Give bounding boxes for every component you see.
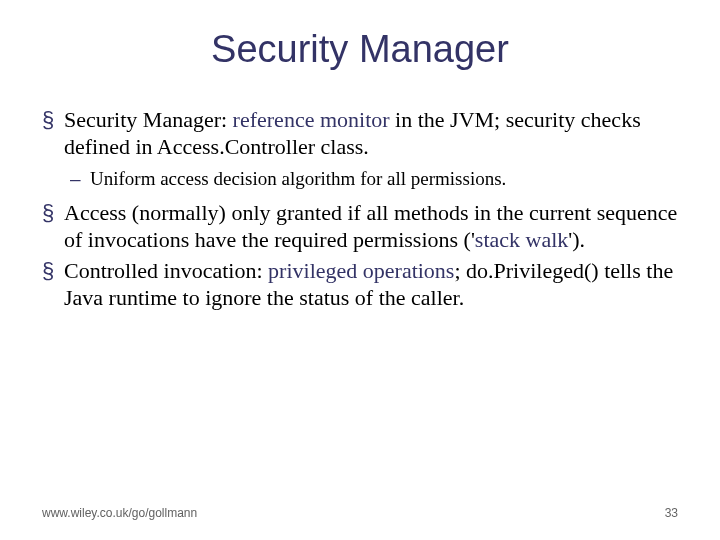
list-item: Controlled invocation: privileged operat… [64,258,678,312]
text: Access (normally) only granted if all me… [64,200,677,252]
text: Security Manager: [64,107,233,132]
highlight-text: reference monitor [233,107,390,132]
text: Uniform access decision algorithm for al… [90,168,506,189]
bullet-list: Security Manager: reference monitor in t… [42,107,678,312]
footer-url: www.wiley.co.uk/go/gollmann [42,506,197,520]
text: '). [568,227,585,252]
highlight-text: stack walk [475,227,568,252]
slide-title: Security Manager [42,28,678,71]
highlight-text: privileged operations [268,258,454,283]
text: Controlled invocation: [64,258,268,283]
page-number: 33 [665,506,678,520]
list-item: Uniform access decision algorithm for al… [90,167,678,191]
slide-footer: www.wiley.co.uk/go/gollmann 33 [42,506,678,520]
list-item: Security Manager: reference monitor in t… [64,107,678,190]
sub-list: Uniform access decision algorithm for al… [64,167,678,191]
list-item: Access (normally) only granted if all me… [64,200,678,254]
